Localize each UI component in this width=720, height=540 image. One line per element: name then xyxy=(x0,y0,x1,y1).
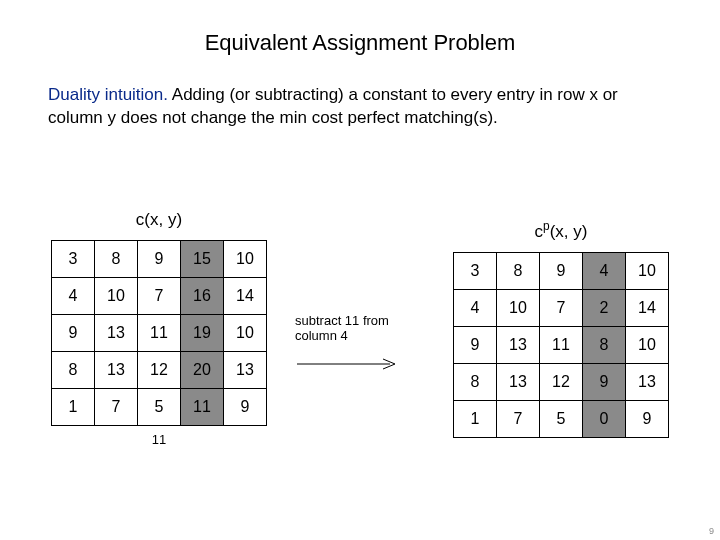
table-cell: 7 xyxy=(138,277,181,314)
table-cell: 9 xyxy=(52,314,95,351)
table-cell: 8 xyxy=(497,252,540,289)
right-caption-post: (x, y) xyxy=(550,222,588,241)
table-cell: 5 xyxy=(138,388,181,425)
middle-block: subtract 11 from column 4 xyxy=(295,285,425,372)
right-caption-pre: c xyxy=(535,222,544,241)
table-cell: 10 xyxy=(224,240,267,277)
table-cell: 4 xyxy=(52,277,95,314)
table-row: 913111910 xyxy=(52,314,267,351)
arrow-note: subtract 11 from column 4 xyxy=(295,313,425,344)
table-cell: 9 xyxy=(583,363,626,400)
table-cell: 16 xyxy=(181,277,224,314)
right-table-block: cp(x, y) 3894104107214913118108131291317… xyxy=(453,219,669,438)
table-row: 175119 xyxy=(52,388,267,425)
table-cell: 8 xyxy=(583,326,626,363)
table-cell: 4 xyxy=(583,252,626,289)
table-cell: 14 xyxy=(224,277,267,314)
table-cell: 3 xyxy=(454,252,497,289)
table-cell: 1 xyxy=(52,388,95,425)
under-left-note: 11 xyxy=(152,432,166,447)
table-cell: 3 xyxy=(52,240,95,277)
slide: Equivalent Assignment Problem Duality in… xyxy=(0,0,720,540)
table-cell: 10 xyxy=(95,277,138,314)
right-table: 3894104107214913118108131291317509 xyxy=(453,252,669,438)
slide-title: Equivalent Assignment Problem xyxy=(48,30,672,56)
table-cell: 9 xyxy=(138,240,181,277)
table-cell: 0 xyxy=(583,400,626,437)
table-cell: 7 xyxy=(540,289,583,326)
table-cell: 20 xyxy=(181,351,224,388)
table-cell: 9 xyxy=(626,400,669,437)
table-cell: 12 xyxy=(138,351,181,388)
table-cell: 13 xyxy=(95,351,138,388)
table-cell: 9 xyxy=(540,252,583,289)
table-cell: 13 xyxy=(224,351,267,388)
table-cell: 13 xyxy=(497,326,540,363)
right-caption-sup: p xyxy=(543,219,550,233)
arrow-icon xyxy=(295,356,405,372)
table-cell: 2 xyxy=(583,289,626,326)
table-cell: 12 xyxy=(540,363,583,400)
table-cell: 14 xyxy=(626,289,669,326)
table-cell: 11 xyxy=(138,314,181,351)
table-row: 91311810 xyxy=(454,326,669,363)
table-row: 3891510 xyxy=(52,240,267,277)
table-cell: 4 xyxy=(454,289,497,326)
table-cell: 13 xyxy=(497,363,540,400)
table-row: 81312913 xyxy=(454,363,669,400)
table-cell: 11 xyxy=(540,326,583,363)
right-caption: cp(x, y) xyxy=(453,219,669,242)
table-row: 389410 xyxy=(454,252,669,289)
left-table-wrap: 389151041071614913111910813122013175119 … xyxy=(51,240,267,447)
table-cell: 13 xyxy=(626,363,669,400)
left-table: 389151041071614913111910813122013175119 xyxy=(51,240,267,426)
table-cell: 15 xyxy=(181,240,224,277)
table-cell: 1 xyxy=(454,400,497,437)
table-row: 813122013 xyxy=(52,351,267,388)
table-row: 41071614 xyxy=(52,277,267,314)
table-cell: 9 xyxy=(224,388,267,425)
page-number: 9 xyxy=(709,526,714,536)
table-cell: 7 xyxy=(497,400,540,437)
right-table-wrap: 3894104107214913118108131291317509 xyxy=(453,252,669,438)
table-row: 17509 xyxy=(454,400,669,437)
tables-row: c(x, y) 38915104107161491311191081312201… xyxy=(48,210,672,447)
table-cell: 10 xyxy=(626,326,669,363)
left-caption: c(x, y) xyxy=(51,210,267,230)
duality-label: Duality intuition. xyxy=(48,85,168,104)
table-cell: 8 xyxy=(95,240,138,277)
table-cell: 7 xyxy=(95,388,138,425)
table-cell: 8 xyxy=(454,363,497,400)
table-cell: 13 xyxy=(95,314,138,351)
table-cell: 10 xyxy=(224,314,267,351)
table-cell: 10 xyxy=(497,289,540,326)
table-cell: 19 xyxy=(181,314,224,351)
table-cell: 11 xyxy=(181,388,224,425)
table-cell: 5 xyxy=(540,400,583,437)
body-text: Duality intuition. Adding (or subtractin… xyxy=(48,84,672,130)
table-cell: 9 xyxy=(454,326,497,363)
left-table-block: c(x, y) 38915104107161491311191081312201… xyxy=(51,210,267,447)
table-row: 4107214 xyxy=(454,289,669,326)
table-cell: 8 xyxy=(52,351,95,388)
table-cell: 10 xyxy=(626,252,669,289)
